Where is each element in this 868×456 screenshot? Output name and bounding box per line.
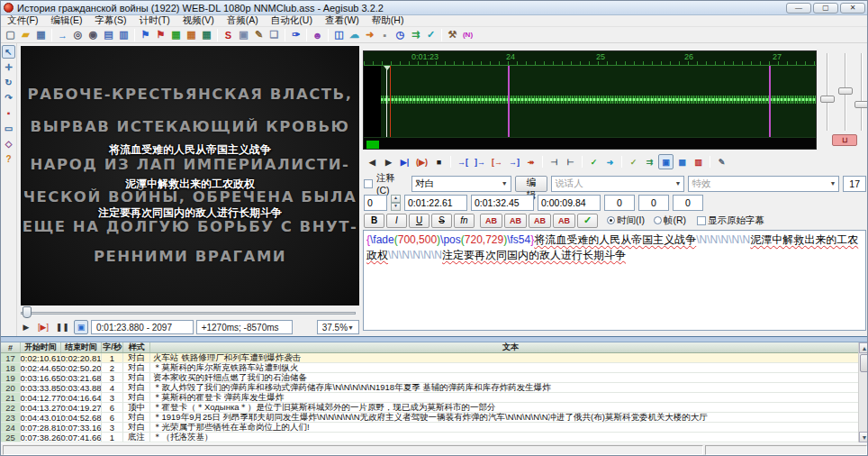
- table-row[interactable]: 220:04:13.270:04:19.276顶中＊霍登卡（＊Ходынка＊）…: [1, 403, 868, 413]
- automation-icon[interactable]: ⚒: [445, 28, 460, 42]
- audio-play-500-after-button[interactable]: ]→: [472, 154, 488, 169]
- vector-clip-tool[interactable]: ◇: [2, 137, 15, 150]
- search-icon[interactable]: ◎: [70, 28, 86, 42]
- video-zoom-select[interactable]: 37.5% ▼: [317, 320, 359, 334]
- frame-radio[interactable]: [654, 216, 662, 224]
- audio-autonext-toggle[interactable]: ⇉: [642, 154, 657, 169]
- rotate-xy-tool[interactable]: ↷: [2, 91, 15, 105]
- new-file-icon[interactable]: ▢: [3, 28, 18, 42]
- video-properties-icon[interactable]: ▤: [101, 28, 116, 42]
- secondary-color-button[interactable]: AB: [504, 214, 527, 228]
- menu-item-6[interactable]: 自动化(U): [265, 14, 319, 27]
- duration-input[interactable]: 0:00:09.84: [538, 195, 601, 211]
- horizontal-zoom-slider-track[interactable]: [827, 53, 828, 131]
- grid-scrollbar[interactable]: ▲ ▼: [858, 342, 868, 442]
- audio-waveform[interactable]: [364, 66, 816, 137]
- insert-linebreak-icon[interactable]: (N): [460, 28, 475, 42]
- audio-commit-button[interactable]: ✓: [586, 154, 601, 169]
- menu-item-7[interactable]: 查看(W): [319, 14, 366, 27]
- video-display[interactable]: РАБОЧЕ-КРЕСТЬЯНСКАЯ ВЛАСТЬ,ВЫРВАВ ИСТЕКА…: [21, 46, 359, 306]
- audio-play-first-500-button[interactable]: [→: [489, 154, 505, 169]
- edit-style-button[interactable]: 编辑: [515, 176, 548, 192]
- video-pause-button[interactable]: ❚❚: [53, 320, 72, 334]
- table-row[interactable]: 180:02:44.650:02:50.202对白＊莫斯科的库尔斯克铁路车站遭到…: [1, 363, 868, 373]
- audio-play-500-before-button[interactable]: →[: [455, 154, 471, 169]
- goto-next-icon[interactable]: ➜: [362, 28, 377, 42]
- audio-scroll-strip[interactable]: [364, 137, 816, 150]
- bold-button[interactable]: B: [364, 214, 384, 228]
- shift-times-icon[interactable]: ◷: [393, 28, 408, 42]
- menu-item-2[interactable]: 字幕(S): [88, 14, 132, 27]
- clip-tool[interactable]: ▭: [2, 122, 15, 135]
- vertical-zoom-slider-thumb[interactable]: [838, 87, 853, 95]
- horizontal-zoom-slider-thumb[interactable]: [820, 96, 835, 103]
- underline-button[interactable]: U: [409, 214, 429, 228]
- show-original-checkbox[interactable]: [697, 216, 706, 225]
- layer-spinner[interactable]: ▲▼: [391, 195, 401, 211]
- help-tool[interactable]: ?: [2, 152, 15, 166]
- link-zoom-volume-button[interactable]: ⊔: [832, 134, 857, 146]
- table-row[interactable]: 250:07:38.260:07:41.661底注＊（托洛茨基）: [1, 433, 868, 442]
- table-row[interactable]: 240:07:28.810:07:33.163对白＊光荣属于那些牺牲在革命岗位上…: [1, 423, 868, 433]
- timing-postprocessor-icon[interactable]: ⇉: [408, 28, 423, 42]
- video-seek-bar[interactable]: [19, 306, 359, 318]
- audio-spectrum-toggle[interactable]: ▦: [674, 154, 690, 169]
- commit-button[interactable]: ✓: [577, 214, 598, 228]
- keyframes-open-icon[interactable]: ⚑: [138, 28, 153, 42]
- attachments-icon[interactable]: ▦: [184, 28, 199, 42]
- title-bar[interactable]: История гражданской войны (1922) WEB-DL …: [1, 1, 868, 15]
- audio-waveform-toggle[interactable]: ▥: [691, 154, 706, 169]
- video-play-button[interactable]: ▶: [19, 320, 33, 334]
- seek-track[interactable]: [21, 312, 356, 315]
- styling-assistant-icon[interactable]: S: [221, 28, 236, 42]
- audio-prev-line-button[interactable]: ◀: [365, 154, 380, 169]
- layer-input[interactable]: 0: [364, 195, 387, 211]
- audio-properties-icon[interactable]: ▥: [116, 28, 131, 42]
- time-radio[interactable]: [607, 216, 615, 224]
- search-replace-icon[interactable]: ◉: [86, 28, 101, 42]
- audio-autocommit-toggle[interactable]: ✓: [626, 154, 641, 169]
- table-row[interactable]: 230:04:43.010:04:52.686对白＊1919年9月25日 列昂季…: [1, 413, 868, 423]
- menu-item-5[interactable]: 音频(A): [221, 14, 265, 27]
- strikeout-button[interactable]: S: [431, 214, 452, 228]
- menu-item-1[interactable]: 编辑(E): [44, 14, 88, 27]
- table-row[interactable]: 210:04:12.770:04:16.643对白＊莫斯科的霍登卡 弹药库发生爆…: [1, 393, 868, 403]
- audio-goto-selection-button[interactable]: ➜: [602, 154, 618, 169]
- translation-assistant-icon[interactable]: ▣: [236, 28, 251, 42]
- actor-select[interactable]: 说话人 ▼: [551, 176, 684, 192]
- italic-button[interactable]: I: [386, 214, 407, 228]
- audio-autoscroll-toggle[interactable]: ▣: [658, 154, 674, 169]
- menu-item-0[interactable]: 文件(F): [1, 14, 44, 27]
- maximize-button[interactable]: ▢: [813, 3, 838, 14]
- selection-start-marker[interactable]: [390, 66, 391, 137]
- audio-play-last-500-button[interactable]: →]: [506, 154, 522, 169]
- open-file-icon[interactable]: ▰: [18, 28, 33, 42]
- audio-display[interactable]: 0:01:2324252627: [363, 50, 817, 150]
- rotate-z-tool[interactable]: ↻: [2, 76, 15, 89]
- styles-manager-icon[interactable]: ▦: [168, 28, 184, 42]
- thesaurus-icon[interactable]: ☁: [347, 28, 362, 42]
- drag-tool[interactable]: ✛: [2, 60, 15, 74]
- audio-play-to-end-button[interactable]: ↠: [523, 154, 538, 169]
- audio-lead-in-button[interactable]: ⊣: [547, 154, 562, 169]
- margin-left-input[interactable]: 0: [604, 195, 635, 211]
- end-time-input[interactable]: 0:01:32.45: [471, 195, 534, 211]
- table-row[interactable]: 190:03:16.650:03:21.683对白资本家收买的奸细点燃了我们的石…: [1, 373, 868, 383]
- stop-icon[interactable]: ▪: [377, 28, 393, 42]
- menu-item-4[interactable]: 视频(V): [176, 14, 221, 27]
- comment-checkbox[interactable]: [364, 179, 373, 188]
- seek-thumb[interactable]: [23, 306, 32, 318]
- audio-play-line-button[interactable]: (▶): [413, 154, 430, 169]
- volume-slider-track[interactable]: [861, 53, 863, 131]
- keyframes-save-icon[interactable]: ⚑: [153, 28, 168, 42]
- properties-icon[interactable]: ◫: [331, 28, 347, 42]
- margin-vertical-input[interactable]: 0: [673, 195, 703, 211]
- close-button[interactable]: ✕: [840, 3, 865, 14]
- menu-item-3[interactable]: 计时(T): [132, 14, 176, 27]
- jump-to-icon[interactable]: →: [55, 28, 70, 42]
- minimize-button[interactable]: —: [786, 3, 811, 14]
- audio-lead-out-button[interactable]: ⊢: [563, 154, 578, 169]
- effect-select[interactable]: 特效 ▼: [688, 176, 839, 192]
- audio-karaoke-toggle[interactable]: ✎: [714, 154, 729, 169]
- margin-right-input[interactable]: 0: [638, 195, 669, 211]
